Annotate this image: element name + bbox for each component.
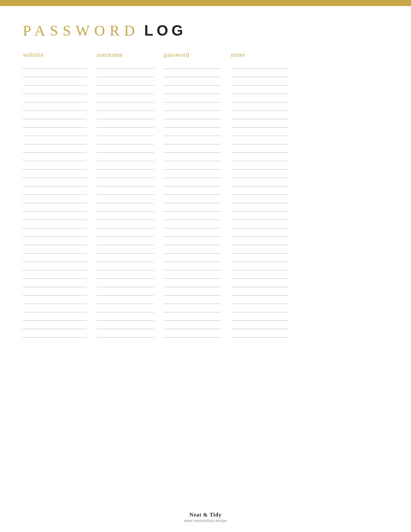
table-cell	[231, 295, 298, 296]
table-cell	[97, 143, 164, 144]
table-cell	[23, 337, 97, 338]
table-row	[23, 263, 388, 272]
cell-line	[23, 161, 87, 161]
table-cell	[97, 211, 164, 212]
table-cell	[164, 219, 231, 220]
table-cell	[231, 278, 298, 279]
table-cell	[23, 68, 97, 69]
cell-line	[231, 152, 288, 153]
cell-line	[97, 245, 154, 245]
table-cell	[23, 211, 97, 212]
table-cell	[231, 219, 298, 220]
table-cell	[23, 303, 97, 304]
table-cell	[164, 286, 231, 287]
footer: Neat & Tidy www.neatandtidy.design	[0, 512, 411, 523]
table-row	[23, 146, 388, 154]
table-cell	[231, 337, 298, 338]
cell-line	[23, 304, 87, 304]
cell-line	[23, 94, 87, 94]
cell-line	[23, 186, 87, 186]
table-cell	[97, 177, 164, 178]
cell-line	[164, 119, 221, 119]
cell-line	[231, 253, 288, 254]
cell-line	[164, 77, 221, 77]
table-cell	[231, 169, 298, 170]
table-row	[23, 322, 388, 330]
cell-line	[97, 161, 154, 161]
table-cell	[164, 76, 231, 77]
cell-line	[164, 194, 221, 195]
table-cell	[23, 219, 97, 220]
table-cell	[231, 244, 298, 245]
table-cell	[164, 127, 231, 128]
cell-line	[164, 152, 221, 153]
footer-url: www.neatandtidy.design	[0, 519, 411, 523]
cell-line	[97, 287, 154, 287]
table-cell	[231, 211, 298, 212]
table-cell	[231, 253, 298, 254]
table-cell	[23, 110, 97, 111]
table-row	[23, 104, 388, 112]
cell-line	[164, 312, 221, 312]
table-cell	[164, 303, 231, 304]
cell-line	[97, 110, 154, 111]
table-cell	[164, 160, 231, 161]
cell-line	[23, 329, 87, 329]
table-row	[23, 280, 388, 289]
table-cell	[97, 85, 164, 86]
table-cell	[231, 68, 298, 69]
cell-line	[164, 329, 221, 329]
cell-line	[164, 169, 221, 170]
table-row	[23, 305, 388, 314]
cell-line	[23, 220, 87, 220]
cell-line	[97, 320, 154, 321]
cell-line	[164, 110, 221, 111]
cell-line	[164, 228, 221, 228]
table-cell	[164, 118, 231, 119]
table-cell	[231, 194, 298, 195]
cell-line	[97, 295, 154, 296]
cell-line	[164, 203, 221, 203]
cell-line	[23, 69, 87, 69]
table-cell	[97, 261, 164, 262]
table-cell	[231, 93, 298, 94]
table-cell	[164, 93, 231, 94]
footer-brand: Neat & Tidy	[0, 512, 411, 518]
table-cell	[97, 135, 164, 136]
table-cell	[164, 101, 231, 102]
cell-line	[97, 136, 154, 136]
cell-line	[23, 262, 87, 262]
cell-line	[231, 337, 288, 338]
cell-line	[97, 186, 154, 186]
cell-line	[231, 85, 288, 86]
table-cell	[23, 127, 97, 128]
table-cell	[23, 185, 97, 186]
cell-line	[97, 220, 154, 220]
cell-line	[164, 253, 221, 254]
cell-line	[231, 186, 288, 186]
cell-line	[231, 220, 288, 220]
table-row	[23, 297, 388, 305]
table-cell	[97, 320, 164, 321]
table-row	[23, 314, 388, 322]
table-cell	[164, 295, 231, 296]
cell-line	[164, 262, 221, 262]
table-row	[23, 188, 388, 196]
table-cell	[23, 85, 97, 86]
table-row	[23, 230, 388, 238]
table-row	[23, 171, 388, 179]
cell-line	[164, 278, 221, 279]
cell-line	[164, 85, 221, 86]
cell-line	[23, 287, 87, 287]
cell-line	[231, 295, 288, 296]
table-cell	[23, 152, 97, 153]
table-cell	[97, 185, 164, 186]
table-cell	[164, 85, 231, 86]
cell-line	[164, 211, 221, 212]
table-row	[23, 289, 388, 297]
table-cell	[97, 227, 164, 228]
table-cell	[97, 337, 164, 338]
cell-line	[97, 85, 154, 86]
table-cell	[164, 202, 231, 203]
table-cell	[97, 76, 164, 77]
